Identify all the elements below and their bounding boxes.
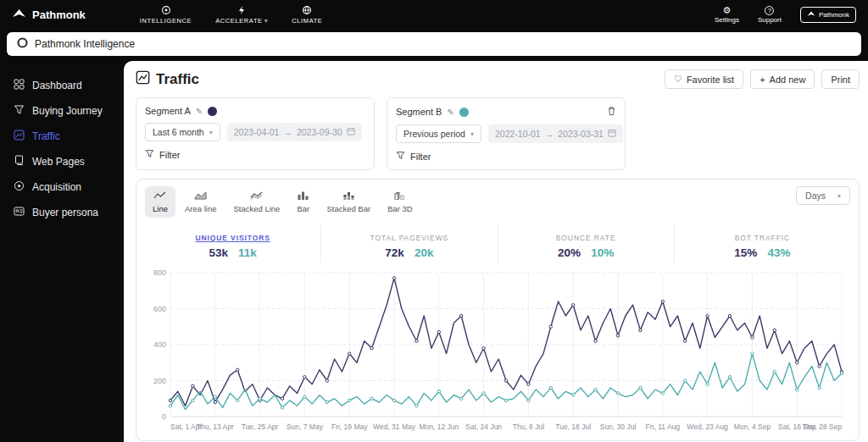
svg-text:Thu, 13 Apr: Thu, 13 Apr bbox=[197, 423, 234, 431]
settings-label: Settings bbox=[715, 16, 739, 24]
tab-bar[interactable]: Bar bbox=[289, 186, 317, 218]
nav-intelligence[interactable]: INTELLIGENCE bbox=[140, 5, 192, 25]
tab-line[interactable]: Line bbox=[145, 186, 175, 218]
interval-select[interactable]: Days ▾ bbox=[796, 186, 850, 205]
page-title: Traffic bbox=[136, 70, 199, 89]
add-new-label: Add new bbox=[770, 75, 806, 85]
stat-value-segment-a: 20% bbox=[558, 246, 581, 259]
edit-pencil-icon[interactable]: ✎ bbox=[447, 108, 453, 117]
segment-a-period-select[interactable]: Last 6 month ▾ bbox=[145, 123, 220, 141]
segment-b-period-value: Previous period bbox=[403, 129, 465, 139]
nav-accelerate-label: ACCELERATE bbox=[215, 17, 262, 25]
trash-icon[interactable] bbox=[607, 106, 616, 118]
sidebar-label: Traffic bbox=[32, 130, 60, 142]
question-icon: ? bbox=[765, 6, 774, 15]
nav-climate[interactable]: CLIMATE bbox=[292, 5, 322, 25]
svg-text:Sun, 30 Jul: Sun, 30 Jul bbox=[600, 423, 637, 431]
tab-bar-label: Bar bbox=[298, 204, 310, 213]
nav-accelerate[interactable]: ACCELERATE ▾ bbox=[215, 5, 268, 25]
svg-text:Sat, 24 Jun: Sat, 24 Jun bbox=[465, 423, 502, 431]
stat-label[interactable]: UNIQUE VISITORS bbox=[195, 234, 270, 242]
segment-b-color-dot bbox=[459, 108, 469, 117]
chevron-down-icon: ▾ bbox=[264, 17, 269, 25]
chart-card: Line Area line Stacked Line Bar bbox=[136, 179, 860, 441]
funnel-icon bbox=[14, 104, 25, 118]
svg-text:Wed, 23 Aug: Wed, 23 Aug bbox=[687, 423, 728, 431]
edit-pencil-icon[interactable]: ✎ bbox=[196, 107, 203, 116]
favorite-list-label: Favorite list bbox=[687, 75, 734, 85]
stat-bot-traffic[interactable]: BOT TRAFFIC 15%43% bbox=[674, 224, 850, 262]
stat-unique-visitors[interactable]: UNIQUE VISITORS 53k11k bbox=[145, 224, 320, 262]
climate-icon bbox=[302, 5, 312, 15]
segment-a-filter-label: Filter bbox=[159, 150, 180, 160]
area-chart-icon bbox=[194, 191, 207, 202]
tab-stacked-bar[interactable]: Stacked Bar bbox=[319, 186, 378, 218]
stat-value-segment-b: 11k bbox=[238, 246, 257, 259]
stat-bounce-rate[interactable]: BOUNCE RATE 20%10% bbox=[498, 224, 674, 262]
pathmonk-logo bbox=[12, 8, 26, 22]
stat-value-segment-a: 72k bbox=[385, 246, 404, 259]
stat-value-segment-b: 20k bbox=[415, 246, 434, 259]
svg-text:0: 0 bbox=[162, 412, 166, 421]
stat-value-segment-b: 43% bbox=[767, 246, 790, 259]
add-new-button[interactable]: + Add new bbox=[750, 69, 815, 89]
filter-funnel-icon bbox=[396, 151, 405, 162]
segment-b-period-select[interactable]: Previous period ▾ bbox=[396, 124, 481, 143]
tab-stacked-line[interactable]: Stacked Line bbox=[225, 186, 287, 218]
brand[interactable]: Pathmonk bbox=[12, 8, 86, 22]
pathmonk-badge-button[interactable]: Pathmonk bbox=[800, 7, 856, 23]
favorite-list-button[interactable]: ♡ Favorite list bbox=[665, 69, 743, 89]
sidebar-item-acquisition[interactable]: Acquisition bbox=[0, 174, 124, 200]
svg-text:Fri, 11 Aug: Fri, 11 Aug bbox=[646, 423, 681, 431]
stats-row: UNIQUE VISITORS 53k11k TOTAL PAGEVIEWS 7… bbox=[145, 224, 850, 262]
svg-text:600: 600 bbox=[153, 305, 166, 313]
segment-b-date-range[interactable]: 2022-10-01 → 2023-03-31 bbox=[488, 124, 623, 143]
pathmonk-badge-label: Pathmonk bbox=[819, 11, 849, 19]
stat-label[interactable]: BOT TRAFFIC bbox=[735, 234, 790, 242]
svg-text:Tue, 18 Jul: Tue, 18 Jul bbox=[555, 423, 591, 431]
stat-label[interactable]: BOUNCE RATE bbox=[556, 234, 616, 242]
sidebar-item-web-pages[interactable]: Web Pages bbox=[0, 149, 124, 174]
stat-value-segment-b: 10% bbox=[591, 246, 614, 259]
tab-line-label: Line bbox=[153, 204, 168, 213]
segment-a-card: Segment A ✎ Last 6 month ▾ 2023-04-01 → … bbox=[136, 97, 375, 170]
sidebar-item-traffic[interactable]: Traffic bbox=[0, 124, 124, 149]
segment-b-filter-button[interactable]: Filter bbox=[396, 151, 616, 162]
stat-value-segment-a: 15% bbox=[734, 246, 757, 259]
stat-value-segment-a: 53k bbox=[209, 246, 228, 259]
traffic-chart-icon bbox=[14, 130, 25, 143]
stat-label[interactable]: TOTAL PAGEVIEWS bbox=[370, 234, 449, 242]
target-icon bbox=[14, 180, 25, 194]
svg-text:Fri, 19 May: Fri, 19 May bbox=[331, 423, 368, 431]
sidebar-label: Web Pages bbox=[32, 156, 85, 168]
product-bar[interactable]: Pathmonk Intelligence bbox=[7, 32, 861, 56]
svg-text:Thu, 28 Sep: Thu, 28 Sep bbox=[803, 423, 843, 431]
svg-text:Mon, 4 Sep: Mon, 4 Sep bbox=[734, 423, 771, 431]
calendar-icon bbox=[347, 127, 355, 137]
tab-bar-3d[interactable]: Bar 3D bbox=[380, 186, 420, 218]
settings-button[interactable]: ⚙ Settings bbox=[715, 6, 739, 24]
tab-area-line-label: Area line bbox=[185, 204, 217, 213]
nav-intelligence-label: INTELLIGENCE bbox=[140, 17, 192, 25]
segment-a-name: Segment A bbox=[145, 106, 191, 116]
chevron-down-icon: ▾ bbox=[470, 130, 474, 138]
sidebar-item-buyer-persona[interactable]: Buyer persona bbox=[0, 200, 124, 225]
accelerate-icon bbox=[236, 5, 247, 15]
traffic-line-chart[interactable]: Sat, 1 AprThu, 13 AprTue, 25 AprSun, 7 M… bbox=[145, 264, 850, 437]
plus-icon: + bbox=[760, 75, 765, 85]
sidebar-item-dashboard[interactable]: Dashboard bbox=[0, 73, 124, 98]
tab-area-line[interactable]: Area line bbox=[177, 186, 225, 218]
sidebar-item-buying-journey[interactable]: Buying Journey bbox=[0, 98, 124, 124]
top-header: Pathmonk INTELLIGENCE ACCELERATE ▾ CLIMA… bbox=[0, 0, 868, 29]
segment-a-filter-button[interactable]: Filter bbox=[145, 149, 365, 160]
intelligence-icon bbox=[161, 5, 171, 15]
stat-total-pageviews[interactable]: TOTAL PAGEVIEWS 72k20k bbox=[320, 224, 497, 262]
chevron-down-icon: ▾ bbox=[837, 192, 841, 200]
segment-b-name: Segment B bbox=[396, 107, 442, 117]
support-button[interactable]: ? Support bbox=[758, 6, 782, 24]
pages-icon bbox=[14, 155, 25, 169]
print-button[interactable]: Print bbox=[821, 69, 860, 89]
segment-a-date-range[interactable]: 2023-04-01 → 2023-09-30 bbox=[227, 123, 362, 141]
svg-text:Thu, 6 Jul: Thu, 6 Jul bbox=[513, 423, 544, 431]
segment-b-card: Segment B ✎ Previous period ▾ 2022-10-01… bbox=[387, 97, 626, 170]
